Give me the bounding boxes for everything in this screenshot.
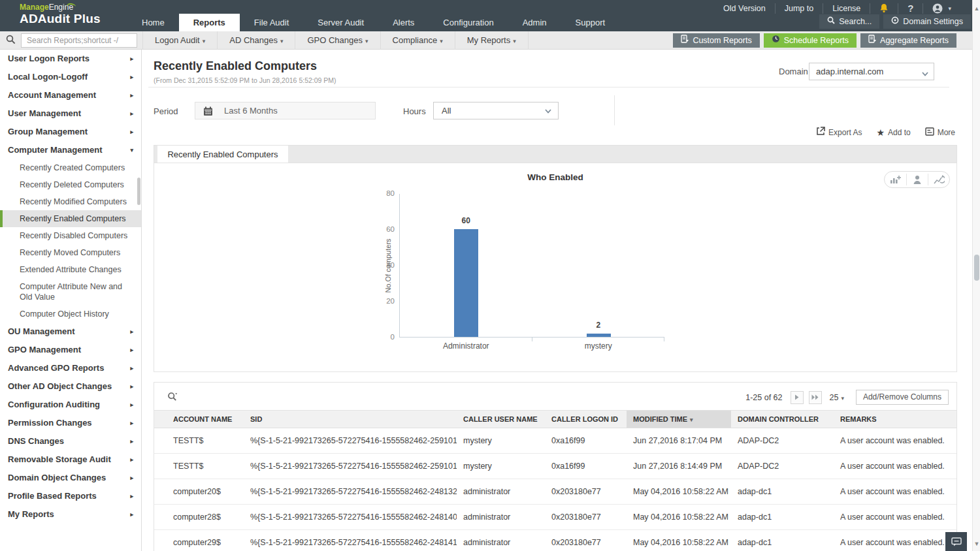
column-header-caller-user-name[interactable]: CALLER USER NAME [457,411,545,428]
export-as-button[interactable]: Export As [816,127,862,138]
domain-select[interactable]: adap.internal.com [809,63,934,80]
chart-user-filter-icon[interactable] [906,174,928,185]
nav-tab-server-audit[interactable]: Server Audit [303,14,378,31]
nav-tab-support[interactable]: Support [561,14,620,31]
y-tick-label: 40 [375,261,395,269]
custom-reports-button[interactable]: Custom Reports [673,33,759,48]
nav-tab-configuration[interactable]: Configuration [429,14,508,31]
report-search-input[interactable] [21,33,137,48]
nav-tab-file-audit[interactable]: File Audit [240,14,303,31]
utility-link-old-version[interactable]: Old Version [714,3,775,14]
scroll-up-icon[interactable]: ▲ [973,4,980,13]
hours-select[interactable]: All [433,102,559,119]
nav-tab-admin[interactable]: Admin [508,14,561,31]
sidebar-item-local-logon-logoff[interactable]: Local Logon-Logoff▸ [0,68,141,86]
sidebar-item-user-logon-reports[interactable]: User Logon Reports▸ [0,50,141,68]
scrollbar-handle[interactable] [974,255,979,281]
user-icon [932,3,943,14]
sidebar-item-recently-modified-computers[interactable]: Recently Modified Computers [0,193,141,210]
menu-my-reports[interactable]: My Reports▾ [455,31,529,50]
chevron-right-icon: ▸ [130,123,133,141]
schedule-reports-button[interactable]: Schedule Reports [764,33,857,48]
sidebar-item-extended-attribute-changes[interactable]: Extended Attribute Changes [0,261,141,278]
period-picker[interactable]: Last 6 Months [195,102,376,119]
column-header-modified-time[interactable]: MODIFIED TIME▾ [627,411,731,428]
user-menu[interactable]: ▾ [923,3,960,14]
chart-toolbar [884,171,950,188]
column-header-remarks[interactable]: REMARKS [834,411,956,428]
add-to-button[interactable]: ★ Add to [876,127,910,138]
nav-tab-reports[interactable]: Reports [179,14,240,31]
global-search-button[interactable]: Search... [819,14,879,29]
scroll-down-icon[interactable]: ▼ [973,539,980,548]
sidebar-item-profile-based-reports[interactable]: Profile Based Reports▸ [0,487,141,505]
period-value: Last 6 Months [224,102,278,119]
page-scrollbar[interactable]: ▲ ▼ [972,0,980,551]
sidebar-item-recently-deleted-computers[interactable]: Recently Deleted Computers [0,176,141,193]
sidebar-item-domain-object-changes[interactable]: Domain Object Changes▸ [0,469,141,487]
notification-bell-icon[interactable] [870,3,898,14]
sidebar-item-account-management[interactable]: Account Management▸ [0,86,141,104]
sidebar-scrollbar[interactable] [137,178,140,205]
more-button[interactable]: More [925,127,955,138]
chevron-right-icon: ▸ [130,377,133,396]
sidebar-item-advanced-gpo-reports[interactable]: Advanced GPO Reports▸ [0,359,141,377]
column-header-caller-logon-id[interactable]: CALLER LOGON ID [545,411,627,428]
last-page-button[interactable] [809,391,822,404]
chart-type-icon[interactable] [885,174,906,185]
sidebar-item-recently-disabled-computers[interactable]: Recently Disabled Computers [0,227,141,244]
chevron-down-icon: ▾ [365,38,368,44]
cell-account: computer28$ [154,505,244,529]
sidebar-item-gpo-management[interactable]: GPO Management▸ [0,341,141,359]
column-header-sid[interactable]: SID [244,411,457,428]
sidebar-item-configuration-auditing[interactable]: Configuration Auditing▸ [0,396,141,414]
nav-tab-alerts[interactable]: Alerts [378,14,429,31]
sidebar-item-permission-changes[interactable]: Permission Changes▸ [0,414,141,432]
sidebar-item-group-management[interactable]: Group Management▸ [0,123,141,141]
sidebar-item-user-management[interactable]: User Management▸ [0,104,141,123]
sidebar-item-removable-storage-audit[interactable]: Removable Storage Audit▸ [0,450,141,469]
menu-gpo-changes[interactable]: GPO Changes▾ [295,31,380,50]
utility-link-jump-to[interactable]: Jump to [775,3,823,14]
chevron-right-icon: ▸ [130,414,133,432]
page-size-select[interactable]: 25▾ [827,393,847,402]
sidebar-item-recently-created-computers[interactable]: Recently Created Computers [0,159,141,176]
menu-compliance[interactable]: Compliance▾ [381,31,455,50]
chevron-right-icon: ▸ [130,505,133,524]
report-tools: Export As ★ Add to More [816,127,955,138]
table-search-icon[interactable] [167,392,178,405]
table-row: TESTT$%{S-1-5-21-992173265-572275416-155… [154,428,956,454]
help-icon[interactable]: ? [898,3,923,14]
domain-settings-button[interactable]: Domain Settings [883,14,971,29]
tab-recently-enabled-computers[interactable]: Recently Enabled Computers [157,146,288,163]
next-page-button[interactable] [791,391,804,404]
menu-ad-changes[interactable]: AD Changes▾ [218,31,295,50]
cell-sid: %{S-1-5-21-992173265-572275416-155558246… [244,505,457,529]
cell-account: TESTT$ [154,454,244,479]
column-header-account-name[interactable]: ACCOUNT NAME [154,411,244,428]
nav-tab-home[interactable]: Home [127,14,179,31]
sidebar-item-dns-changes[interactable]: DNS Changes▸ [0,432,141,450]
sidebar-item-other-ad-object-changes[interactable]: Other AD Object Changes▸ [0,377,141,396]
chevron-down-icon [921,67,930,84]
utility-link-license[interactable]: License [823,3,870,14]
chart-title: Who Enabled [154,172,956,182]
sidebar-item-recently-moved-computers[interactable]: Recently Moved Computers [0,244,141,261]
chat-feedback-button[interactable] [945,532,967,551]
chart-refresh-icon[interactable] [928,174,949,185]
add-remove-columns-button[interactable]: Add/Remove Columns [856,390,949,405]
sidebar-item-computer-management[interactable]: Computer Management▾ [0,141,141,159]
chevron-right-icon: ▸ [130,341,133,359]
sidebar-item-ou-management[interactable]: OU Management▸ [0,323,141,341]
aggregate-reports-button[interactable]: Aggregate Reports [860,33,956,48]
column-header-domain-controller[interactable]: DOMAIN CONTROLLER [731,411,834,428]
page-size-value: 25 [830,393,839,402]
sidebar-item-my-reports[interactable]: My Reports▸ [0,505,141,524]
sidebar-item-computer-object-history[interactable]: Computer Object History [0,306,141,323]
cell-caller: mystery [457,428,545,453]
sidebar-item-recently-enabled-computers[interactable]: Recently Enabled Computers [0,210,141,227]
menu-logon-audit[interactable]: Logon Audit▾ [142,31,218,50]
bar-chart: No.Of computers 02040608060Administrator… [399,194,664,338]
cell-modified: May 04,2016 10:58:22 AM [627,530,731,551]
sidebar-item-computer-attribute-new-and-old-value[interactable]: Computer Attribute New and Old Value [0,278,141,306]
